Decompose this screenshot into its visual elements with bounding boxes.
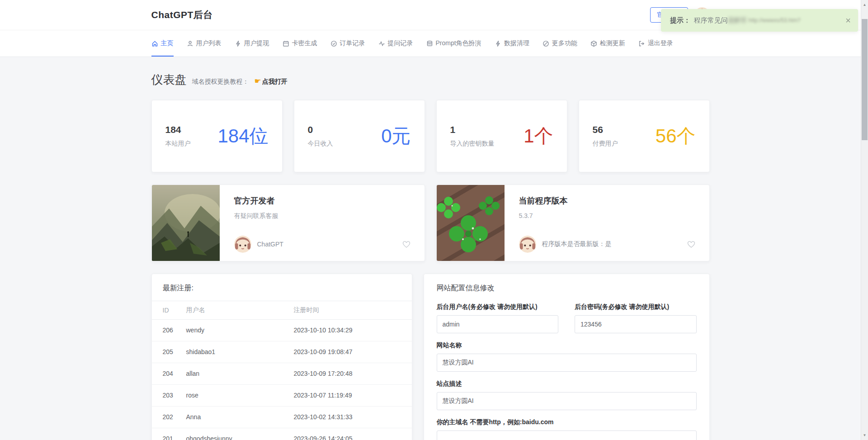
- activity-icon: [378, 40, 385, 47]
- home-icon: [151, 40, 158, 47]
- nav-item-check-update[interactable]: 检测更新: [590, 30, 625, 57]
- stat-card-imported-keys: 1 导入的密钥数量 1个: [436, 100, 567, 172]
- check-circle-icon: [330, 40, 337, 47]
- stat-count: 56: [593, 124, 618, 135]
- cell-regtime: 2023-10-09 17:20:48: [294, 363, 412, 384]
- col-header-regtime: 注册时间: [294, 301, 412, 319]
- domain-label: 你的主域名 不需要http，例如:baidu.com: [437, 418, 697, 426]
- form-title: 网站配置信息修改: [437, 274, 697, 295]
- admin-password-input[interactable]: [575, 315, 697, 333]
- scrollbar-thumb[interactable]: [862, 19, 868, 140]
- table-row[interactable]: 201 ohgodshesjunny 2023-09-26 14:24:05: [152, 428, 412, 440]
- version-status: 程序版本是否最新版：是: [542, 240, 612, 248]
- toast-redacted-text: 题解答: [728, 16, 747, 24]
- developer-name: ChatGPT: [257, 241, 283, 248]
- stat-label: 导入的密钥数量: [450, 140, 495, 148]
- stat-card-site-users: 184 本站用户 184位: [151, 100, 283, 172]
- toast-redacted-url: http://wwwxs/53.htm?: [749, 17, 801, 24]
- nav-item-withdraw[interactable]: 用户提现: [235, 30, 269, 57]
- toast-message: 程序常见问: [694, 16, 728, 25]
- stat-label: 今日收入: [308, 140, 333, 148]
- cell-id: 205: [152, 341, 186, 363]
- main-navigation: 主页 用户列表 用户提现 卡密生成 订单记录 提问记录: [0, 30, 861, 57]
- cell-regtime: 2023-10-10 10:34:29: [294, 319, 412, 341]
- app-title: ChatGPT后台: [151, 9, 213, 21]
- pointing-hand-icon: ☛: [255, 77, 261, 85]
- table-row[interactable]: 206 wendy 2023-10-10 10:34:29: [152, 319, 412, 341]
- logout-icon: [638, 40, 645, 47]
- cell-regtime: 2023-10-02 14:31:33: [294, 406, 412, 428]
- nav-label: 数据清理: [504, 39, 529, 47]
- nav-item-logout[interactable]: 退出登录: [638, 30, 673, 57]
- stat-label: 付费用户: [593, 140, 618, 148]
- admin-password-label: 后台密码(务必修改 请勿使用默认): [575, 303, 697, 311]
- admin-username-input[interactable]: [437, 315, 559, 333]
- version-avatar: [519, 236, 536, 253]
- nav-item-more-features[interactable]: 更多功能: [542, 30, 577, 57]
- stat-count: 1: [450, 124, 495, 135]
- scroll-up-arrow[interactable]: ▲: [861, 3, 868, 7]
- stat-value: 0元: [381, 123, 410, 149]
- mountain-landscape-image: [152, 185, 220, 261]
- nav-label: 退出登录: [648, 39, 673, 47]
- heart-icon[interactable]: [687, 240, 696, 249]
- heart-icon[interactable]: [402, 240, 411, 249]
- cell-id: 202: [152, 406, 186, 428]
- database-icon: [426, 40, 433, 47]
- site-name-label: 网站名称: [437, 341, 697, 350]
- tutorial-open-link[interactable]: 点我打开: [262, 78, 288, 85]
- nav-item-card-keys[interactable]: 卡密生成: [283, 30, 317, 57]
- nav-item-orders[interactable]: 订单记录: [330, 30, 365, 57]
- cell-username: rose: [186, 384, 294, 406]
- site-config-panel: 网站配置信息修改 后台用户名(务必修改 请勿使用默认) 后台密码(务必修改 请勿…: [424, 274, 710, 440]
- table-row[interactable]: 202 Anna 2023-10-02 14:31:33: [152, 406, 412, 428]
- cell-regtime: 2023-10-09 19:08:47: [294, 341, 412, 363]
- vertical-scrollbar[interactable]: ▲ ▼: [861, 0, 868, 440]
- cell-id: 206: [152, 319, 186, 341]
- stat-card-today-income: 0 今日收入 0元: [294, 100, 425, 172]
- nav-item-prompt-roleplay[interactable]: Prompt角色扮演: [426, 30, 481, 57]
- nav-item-data-clean[interactable]: 数据清理: [495, 30, 529, 57]
- card-subtitle: 有疑问联系客服: [234, 212, 411, 220]
- cell-username: shidabao1: [186, 341, 294, 363]
- tutorial-label: 域名授权更换教程：: [192, 78, 249, 86]
- bolt-icon: [235, 40, 241, 47]
- stat-value: 56个: [656, 123, 696, 149]
- col-header-username: 用户名: [186, 301, 294, 319]
- nav-item-home[interactable]: 主页: [151, 30, 174, 57]
- nav-item-user-list[interactable]: 用户列表: [187, 30, 222, 57]
- table-row[interactable]: 204 allan 2023-10-09 17:20:48: [152, 363, 412, 384]
- nav-label: 用户列表: [196, 39, 222, 47]
- registrations-table: ID 用户名 注册时间 206 wendy 2023-10-10 10:34:2…: [152, 301, 412, 440]
- nav-label: 卡密生成: [292, 39, 317, 47]
- card-title: 官方开发者: [234, 195, 411, 206]
- stat-value: 1个: [524, 123, 553, 149]
- nav-label: 主页: [161, 39, 174, 47]
- pen-icon: [542, 40, 549, 47]
- nav-label: 用户提现: [244, 39, 269, 47]
- developer-avatar: [234, 236, 251, 253]
- cell-id: 204: [152, 363, 186, 384]
- scroll-down-arrow[interactable]: ▼: [861, 433, 868, 437]
- cell-id: 201: [152, 428, 186, 440]
- site-name-input[interactable]: [437, 354, 697, 372]
- cell-username: allan: [186, 363, 294, 384]
- nav-label: 检测更新: [600, 39, 625, 47]
- nav-label: Prompt角色扮演: [436, 39, 481, 47]
- stat-label: 本站用户: [165, 140, 191, 148]
- latest-registrations-panel: 最新注册: ID 用户名 注册时间 206 wendy: [151, 274, 412, 440]
- site-desc-input[interactable]: [437, 392, 697, 410]
- version-card: 当前程序版本 5.3.7 程序版本是否最新版：是: [436, 185, 710, 261]
- table-row[interactable]: 205 shidabao1 2023-10-09 19:08:47: [152, 341, 412, 363]
- admin-username-label: 后台用户名(务必修改 请勿使用默认): [437, 303, 559, 311]
- cell-username: Anna: [186, 406, 294, 428]
- nav-label: 订单记录: [340, 39, 365, 47]
- table-row[interactable]: 203 rose 2023-10-07 11:19:49: [152, 384, 412, 406]
- domain-input[interactable]: [437, 431, 697, 440]
- nav-label: 提问记录: [388, 39, 413, 47]
- table-title: 最新注册:: [152, 274, 412, 301]
- stat-value: 184位: [217, 123, 268, 149]
- nav-item-question-log[interactable]: 提问记录: [378, 30, 413, 57]
- card-icon: [283, 40, 289, 47]
- close-icon[interactable]: ×: [845, 16, 851, 25]
